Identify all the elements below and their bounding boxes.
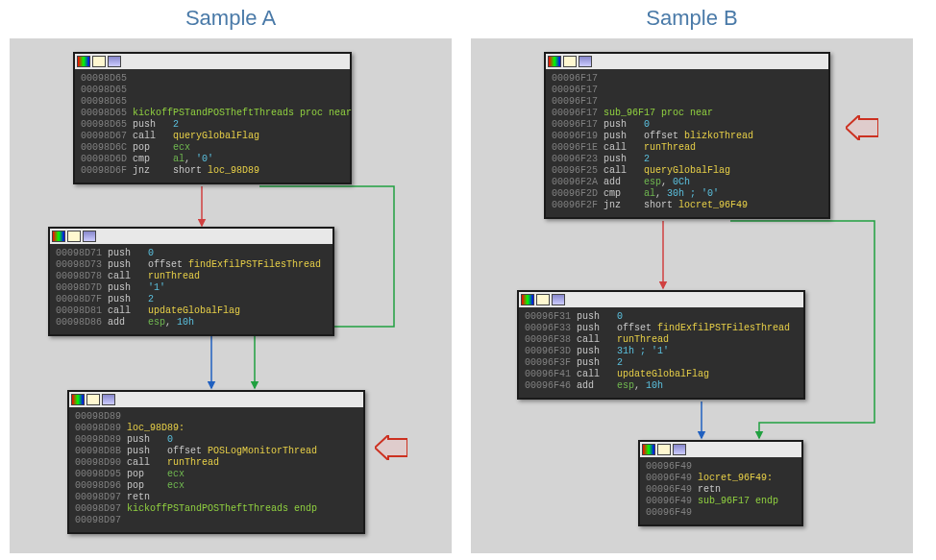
view-icon[interactable] <box>579 56 592 67</box>
block-titlebar[interactable] <box>75 54 350 69</box>
edit-icon[interactable] <box>657 444 671 455</box>
edit-icon[interactable] <box>67 231 81 242</box>
callout-arrow-icon <box>846 115 878 140</box>
view-icon[interactable] <box>83 231 96 242</box>
block-titlebar[interactable] <box>50 229 333 244</box>
color-icon[interactable] <box>521 294 534 305</box>
block-b-0[interactable]: 00096F17 00096F17 00096F17 00096F17 sub_… <box>544 52 830 219</box>
sample-a-title: Sample A <box>185 6 276 31</box>
view-icon[interactable] <box>552 294 565 305</box>
block-code: 00096F17 00096F17 00096F17 00096F17 sub_… <box>546 69 828 217</box>
sample-b-title: Sample B <box>646 6 737 31</box>
block-titlebar[interactable] <box>519 292 803 307</box>
sample-a-column: Sample A 00098D65 00098D65 00098D <box>10 0 452 553</box>
block-a-1[interactable]: 00098D71 push 0 00098D73 push offset fin… <box>48 227 334 336</box>
sample-b-panel: 00096F17 00096F17 00096F17 00096F17 sub_… <box>471 38 913 553</box>
view-icon[interactable] <box>102 394 115 405</box>
block-code: 00098D71 push 0 00098D73 push offset fin… <box>50 244 333 334</box>
block-titlebar[interactable] <box>546 54 828 69</box>
block-titlebar[interactable] <box>640 442 801 457</box>
block-code: 00098D89 00098D89 loc_98D89: 00098D89 pu… <box>69 407 363 532</box>
edit-icon[interactable] <box>536 294 550 305</box>
color-icon[interactable] <box>71 394 85 405</box>
callout-arrow-icon <box>375 435 407 460</box>
edit-icon[interactable] <box>86 394 100 405</box>
color-icon[interactable] <box>77 56 90 67</box>
block-code: 00096F31 push 0 00096F33 push offset fin… <box>519 307 803 398</box>
block-a-0[interactable]: 00098D65 00098D65 00098D65 00098D65 kick… <box>73 52 352 184</box>
block-b-1[interactable]: 00096F31 push 0 00096F33 push offset fin… <box>517 290 805 400</box>
root-layout: Sample A 00098D65 00098D65 00098D <box>0 0 936 553</box>
view-icon[interactable] <box>673 444 686 455</box>
color-icon[interactable] <box>642 444 655 455</box>
edit-icon[interactable] <box>92 56 106 67</box>
edit-icon[interactable] <box>563 56 577 67</box>
color-icon[interactable] <box>548 56 561 67</box>
block-code: 00098D65 00098D65 00098D65 00098D65 kick… <box>75 69 350 183</box>
sample-b-column: Sample B 00096F17 00096F17 00096F17 0009… <box>471 0 913 553</box>
block-code: 00096F49 00096F49 locret_96F49: 00096F49… <box>640 457 801 524</box>
sample-a-panel: 00098D65 00098D65 00098D65 00098D65 kick… <box>10 38 452 553</box>
block-a-2[interactable]: 00098D89 00098D89 loc_98D89: 00098D89 pu… <box>67 390 365 534</box>
block-titlebar[interactable] <box>69 392 363 407</box>
color-icon[interactable] <box>52 231 65 242</box>
view-icon[interactable] <box>108 56 121 67</box>
block-b-2[interactable]: 00096F49 00096F49 locret_96F49: 00096F49… <box>638 440 803 526</box>
